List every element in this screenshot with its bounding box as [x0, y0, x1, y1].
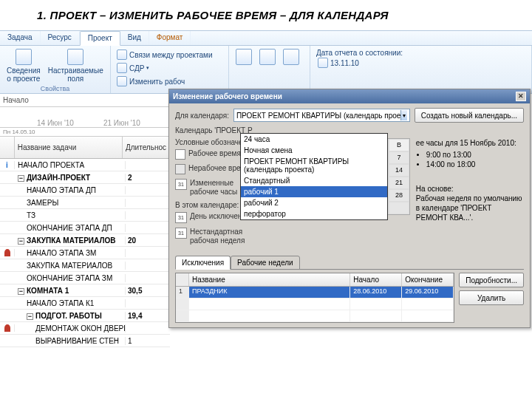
task-row[interactable]: −ПОДГОТ. РАБОТЫ19,4 — [0, 310, 170, 322]
legend-nonstd-week: 31Нестандартная рабочая неделя — [175, 228, 260, 245]
exception-row[interactable]: 1 ПРАЗДНИК 28.06.2010 29.06.2010 — [176, 287, 454, 299]
info-icon — [16, 49, 32, 65]
calendar-day[interactable]: 28 — [389, 189, 409, 202]
based-on-value: Рабочая неделя по умолчанию в календаре … — [416, 194, 524, 222]
calendar-day[interactable] — [389, 202, 409, 214]
task-grid: Начало 14 Июн '1021 Июн '10 Пн 14.05.10 … — [0, 94, 170, 347]
tab-exceptions[interactable]: Исключения — [175, 256, 231, 270]
task-row[interactable]: ОКОНЧАНИЕ ЭТАПА ЗМ — [0, 272, 170, 284]
calendar-day[interactable]: 14 — [389, 164, 409, 177]
col-duration[interactable]: Длительнос — [123, 137, 170, 158]
dialog-title: Изменение рабочего времени — [173, 92, 282, 100]
person-icon — [4, 324, 10, 332]
for-calendar-label: Для календаря: — [175, 112, 229, 120]
custom-fields-button[interactable]: Настраиваемые поля — [46, 47, 106, 84]
ribbon: Задача Ресурс Проект Вид Формат Сведения… — [0, 30, 532, 94]
tab-project[interactable]: Проект — [80, 31, 120, 46]
dropdown-option[interactable]: Ночная смена — [241, 145, 387, 156]
hours-2: 14:00 по 18:00 — [426, 160, 524, 169]
task-row[interactable]: −КОМНАТА 130,5 — [0, 284, 170, 297]
dropdown-option[interactable]: 24 часа — [241, 134, 387, 145]
task-row[interactable]: ЗАМЕРЫ — [0, 197, 170, 209]
dropdown-option[interactable]: ПРОЕКТ РЕМОНТ КВАРТИРЫ (календарь проект… — [241, 156, 387, 175]
task-row[interactable]: ВЫРАВНИВАНИЕ СТЕН1 — [0, 335, 170, 347]
dropdown-option[interactable]: Стандартный — [241, 175, 387, 186]
project-links-button[interactable]: Связи между проектами — [115, 49, 224, 61]
page-title: 1. ПРОЕКТ – ИЗМЕНИТЬ РАБОЧЕЕ ВРЕМЯ – ДЛЯ… — [0, 0, 532, 30]
collapse-icon[interactable]: − — [18, 175, 24, 182]
dropdown-option[interactable]: рабочий 2 — [241, 197, 387, 208]
collapse-icon[interactable]: − — [27, 313, 33, 320]
delete-button[interactable]: Удалить — [459, 290, 524, 305]
tab-task[interactable]: Задача — [0, 31, 41, 45]
timeline: 14 Июн '1021 Июн '10 — [0, 107, 170, 128]
col-end[interactable]: Окончание — [402, 273, 454, 286]
date-icon — [318, 58, 328, 68]
group-label: Свойства — [4, 84, 106, 93]
col-taskname[interactable]: Название задачи — [15, 137, 123, 158]
dropdown-option[interactable]: перфоратор — [241, 208, 387, 219]
task-row[interactable]: ТЗ — [0, 209, 170, 222]
move-button[interactable] — [281, 47, 301, 66]
based-on-label: На основе: — [416, 184, 524, 194]
tab-format[interactable]: Формат — [149, 31, 191, 45]
col-start[interactable]: Начало — [350, 273, 402, 286]
wbs-button[interactable]: СДР▾ — [115, 62, 224, 74]
task-row[interactable]: НАЧАЛО ЭТАПА К1 — [0, 297, 170, 310]
collapse-icon[interactable]: − — [18, 288, 24, 295]
chevron-down-icon[interactable]: ▼ — [400, 110, 406, 120]
task-row[interactable]: ДЕМОНТАЖ ОКОН ДВЕРЕЙ — [0, 322, 170, 335]
calendar-day[interactable]: 7 — [389, 151, 409, 164]
fields-icon — [67, 49, 83, 65]
change-working-time-button[interactable]: Изменить рабоч — [115, 75, 224, 87]
move-icon — [283, 49, 299, 65]
task-row[interactable]: ОКОНЧАНИЕ ЭТАПА ДП — [0, 222, 170, 234]
baseline-button[interactable] — [257, 47, 278, 66]
col-name[interactable]: Название — [189, 273, 350, 286]
link-icon — [117, 50, 127, 60]
details-button[interactable]: Подробности... — [459, 273, 524, 287]
calc-button[interactable] — [233, 47, 254, 66]
status-date-button[interactable]: 13.11.10 — [316, 57, 525, 69]
project-info-button[interactable]: Сведения о проекте — [4, 47, 43, 84]
task-row[interactable]: −ЗАКУПКА МАТЕРИАЛОВ20 — [0, 234, 170, 247]
calendar-day[interactable]: 21 — [389, 177, 409, 189]
dropdown-option[interactable]: рабочий 1 — [241, 186, 387, 197]
calendar-dropdown[interactable]: 24 часаНочная сменаПРОЕКТ РЕМОНТ КВАРТИР… — [240, 133, 388, 220]
ribbon-tabs: Задача Ресурс Проект Вид Формат — [0, 31, 532, 46]
new-calendar-button[interactable]: Создать новый календарь... — [415, 108, 524, 123]
info-icon: i — [6, 161, 8, 169]
close-icon[interactable]: ✕ — [516, 92, 526, 101]
task-row[interactable]: ЗАКУПКА МАТЕРИАЛОВ — [0, 259, 170, 272]
calendar-combo[interactable]: ПРОЕКТ РЕМОНТ КВАРТИРЫ (календарь прое▼ — [233, 109, 410, 122]
tab-resource[interactable]: Ресурс — [41, 31, 80, 45]
task-row[interactable]: iНАЧАЛО ПРОЕКТА — [0, 159, 170, 171]
col-indicator[interactable] — [0, 137, 15, 158]
hours-1: 9:00 по 13:00 — [426, 150, 524, 160]
wbs-icon — [117, 63, 127, 73]
person-icon — [4, 249, 10, 256]
task-row[interactable]: НАЧАЛО ЭТАПА ДП — [0, 184, 170, 197]
baseline-icon — [259, 49, 276, 65]
calendar-icon — [117, 76, 127, 86]
exceptions-table[interactable]: Название Начало Окончание 1 ПРАЗДНИК 28.… — [175, 273, 454, 323]
status-date-label: Дата отчета о состоянии: — [316, 49, 525, 57]
hours-for-label: ее часы для 15 Ноябрь 2010: — [416, 138, 524, 148]
task-row[interactable]: НАЧАЛО ЭТАПА ЗМ — [0, 247, 170, 259]
tab-workweeks[interactable]: Рабочие недели — [231, 256, 299, 270]
calc-icon — [236, 49, 252, 65]
task-row[interactable]: −ДИЗАЙН-ПРОЕКТ2 — [0, 171, 170, 184]
collapse-icon[interactable]: − — [18, 238, 24, 245]
tab-view[interactable]: Вид — [120, 31, 149, 45]
